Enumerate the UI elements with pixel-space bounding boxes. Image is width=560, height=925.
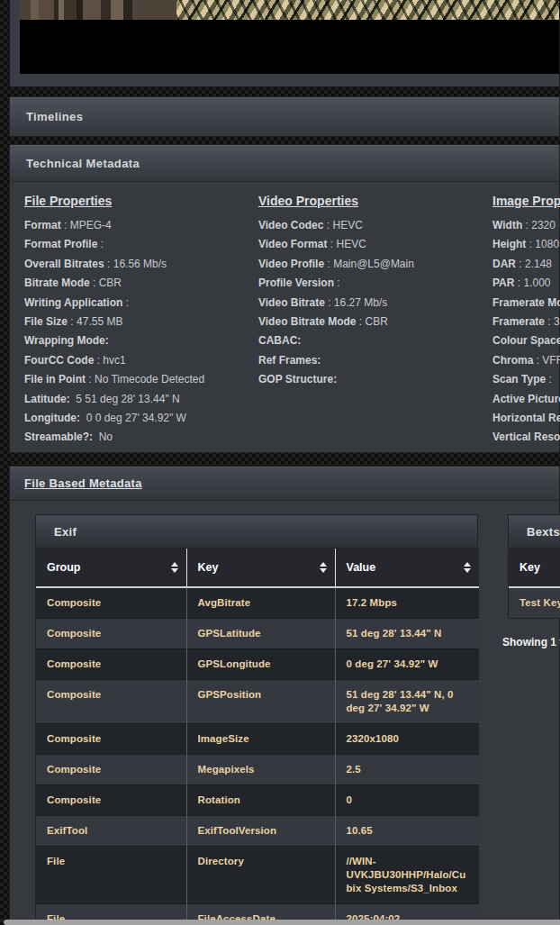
property: File in Point : No Timecode Detected bbox=[24, 370, 251, 389]
technical-metadata-section: Technical Metadata File Properties Forma… bbox=[9, 144, 560, 453]
cell: Composite bbox=[36, 680, 186, 724]
video-frame-left-image bbox=[20, 0, 176, 20]
exif-sort-group[interactable]: Group bbox=[36, 549, 186, 587]
property: Width : 2320 bbox=[492, 216, 560, 235]
cell: 0 deg 27' 34.92" W bbox=[335, 649, 479, 680]
cell: Directory bbox=[186, 847, 335, 904]
timelines-title: Timelines bbox=[26, 110, 83, 123]
cell: Test Key bbox=[509, 587, 560, 618]
video-player-panel bbox=[9, 0, 560, 87]
cell: Rotation bbox=[186, 785, 335, 816]
bexts-panel-header: Bexts bbox=[509, 515, 560, 549]
property: Format Profile : bbox=[24, 235, 251, 254]
file-based-metadata-title[interactable]: File Based Metadata bbox=[24, 476, 142, 490]
property: Vertical Resolution bbox=[492, 428, 560, 447]
cell: GPSLongitude bbox=[186, 649, 335, 680]
property: File Size : 47.55 MB bbox=[24, 313, 251, 331]
property: DAR : 2.148 bbox=[492, 255, 560, 274]
property: Horizontal Resolution bbox=[492, 409, 560, 428]
bexts-header-row: Key bbox=[509, 549, 560, 587]
cell: Composite bbox=[36, 755, 186, 785]
property: Height : 1080 bbox=[492, 235, 560, 254]
table-row: CompositeGPSLatitude51 deg 28' 13.44" N bbox=[36, 619, 479, 649]
cell: ExifTool bbox=[36, 816, 186, 847]
video-frame-camo-image bbox=[176, 0, 559, 20]
exif-table-panel: Exif Group Key Value CompositeAvgBitrate… bbox=[35, 514, 478, 925]
cell: ExifToolVersion bbox=[186, 816, 335, 847]
property: Longitude: 0 0 deg 27' 34.92" W bbox=[24, 409, 251, 428]
cell: 2.5 bbox=[335, 755, 479, 785]
sort-icon[interactable] bbox=[464, 562, 471, 573]
property: Active Picture Format bbox=[492, 390, 560, 409]
video-properties-heading[interactable]: Video Properties bbox=[258, 194, 485, 208]
cell: Composite bbox=[36, 587, 186, 619]
video-properties-column: Video Properties Video Codec : HEVC Vide… bbox=[258, 194, 485, 390]
file-based-metadata-header: File Based Metadata bbox=[10, 467, 559, 501]
table-row: CompositeAvgBitrate17.2 Mbps bbox=[36, 587, 479, 619]
exif-panel-header: Exif bbox=[36, 515, 477, 549]
cell: File bbox=[36, 847, 186, 904]
exif-header-row: Group Key Value bbox=[36, 549, 479, 587]
bexts-table-panel: Bexts Key Test Key Showing 1 to 1 of 1 e… bbox=[508, 514, 560, 648]
cell: 17.2 Mbps bbox=[335, 587, 479, 619]
technical-metadata-body: File Properties Format : MPEG-4 Format P… bbox=[10, 182, 559, 455]
property: CABAC: bbox=[258, 331, 485, 350]
cell: AvgBitrate bbox=[186, 587, 335, 619]
cell: 10.65 bbox=[335, 816, 479, 847]
property: Streamable?: No bbox=[24, 428, 251, 447]
exif-sort-value[interactable]: Value bbox=[335, 549, 479, 587]
table-row: ExifToolExifToolVersion10.65 bbox=[36, 816, 479, 847]
cell: ImageSize bbox=[186, 724, 335, 755]
image-properties-heading[interactable]: Image Properties bbox=[492, 194, 560, 208]
cell: 51 deg 28' 13.44" N bbox=[335, 619, 479, 649]
table-row: CompositeImageSize2320x1080 bbox=[36, 724, 479, 755]
property: Framerate : 3 bbox=[492, 313, 560, 331]
exif-table: Group Key Value CompositeAvgBitrate17.2 … bbox=[36, 549, 479, 925]
cell: //WIN-UVKJBU30HHP/Halo/Cubix Systems/S3_… bbox=[335, 847, 479, 904]
timelines-section: Timelines bbox=[9, 96, 560, 137]
technical-metadata-header[interactable]: Technical Metadata bbox=[10, 145, 559, 182]
file-properties-column: File Properties Format : MPEG-4 Format P… bbox=[24, 194, 251, 448]
property: PAR : 1.000 bbox=[492, 274, 560, 293]
cell: 51 deg 28' 13.44" N, 0 deg 27' 34.92" W bbox=[335, 680, 479, 724]
cell: 2320x1080 bbox=[335, 724, 479, 755]
sort-icon[interactable] bbox=[171, 562, 178, 573]
property: Latitude: 5 51 deg 28' 13.44" N bbox=[24, 390, 251, 409]
timelines-section-header[interactable]: Timelines bbox=[10, 97, 559, 136]
bexts-table: Key Test Key bbox=[509, 549, 560, 618]
property: Writing Application : bbox=[24, 294, 251, 313]
file-properties-heading[interactable]: File Properties bbox=[24, 194, 251, 208]
bexts-sort-key[interactable]: Key bbox=[509, 549, 560, 587]
property: GOP Structure: bbox=[258, 370, 485, 389]
cell: GPSPosition bbox=[186, 680, 335, 724]
property: Wrapping Mode: bbox=[24, 331, 251, 350]
video-player[interactable] bbox=[20, 0, 559, 74]
cell: Composite bbox=[36, 785, 186, 816]
cell: Megapixels bbox=[186, 755, 335, 785]
technical-metadata-title: Technical Metadata bbox=[26, 157, 140, 170]
video-frame bbox=[20, 0, 559, 20]
cell: Composite bbox=[36, 649, 186, 680]
table-row: CompositeGPSLongitude0 deg 27' 34.92" W bbox=[36, 649, 479, 680]
property: Video Profile : Main@L5@Main bbox=[258, 255, 485, 274]
table-row: CompositeGPSPosition51 deg 28' 13.44" N,… bbox=[36, 680, 479, 724]
property: FourCC Code : hvc1 bbox=[24, 351, 251, 370]
horizontal-scrollbar[interactable] bbox=[4, 920, 560, 925]
property: Format : MPEG-4 bbox=[24, 216, 251, 235]
property: Video Bitrate : 16.27 Mb/s bbox=[258, 294, 485, 313]
table-row: Test Key bbox=[509, 587, 560, 618]
property: Bitrate Mode : CBR bbox=[24, 274, 251, 293]
property: Video Format : HEVC bbox=[258, 235, 485, 254]
cell: 0 bbox=[335, 785, 479, 816]
property: Colour Space : bbox=[492, 331, 560, 350]
sort-icon[interactable] bbox=[320, 562, 327, 573]
property: Profile Version : bbox=[258, 274, 485, 293]
property: Overall Bitrates : 16.56 Mb/s bbox=[24, 255, 251, 274]
table-row: CompositeRotation0 bbox=[36, 785, 479, 816]
property: Chroma : VFR bbox=[492, 351, 560, 370]
property: Scan Type : bbox=[492, 370, 560, 389]
property: Video Bitrate Mode : CBR bbox=[258, 313, 485, 331]
image-properties-column: Image Properties Width : 2320 Height : 1… bbox=[492, 194, 560, 448]
exif-panel-title: Exif bbox=[54, 525, 77, 539]
exif-sort-key[interactable]: Key bbox=[186, 549, 335, 587]
